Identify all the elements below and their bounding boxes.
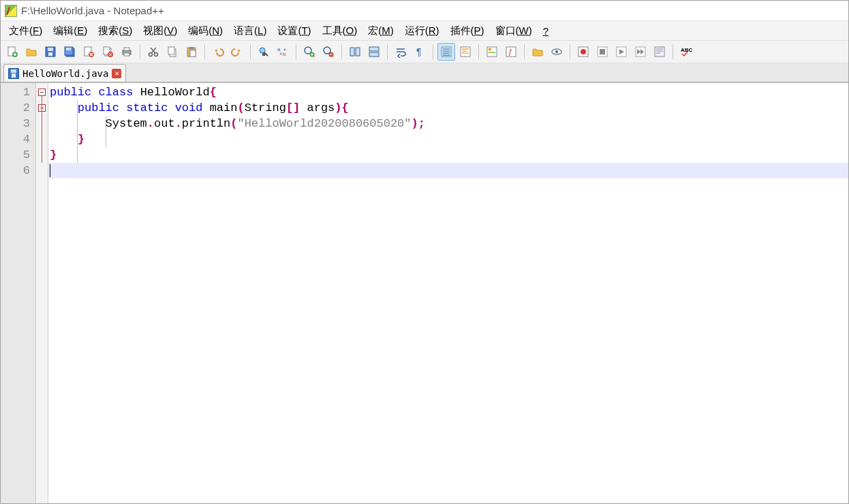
svg-point-29	[324, 47, 330, 54]
menu-item[interactable]: 编码(N)	[183, 23, 228, 39]
play-multi-icon[interactable]	[632, 43, 649, 61]
menu-item[interactable]: 文件(F)	[3, 23, 48, 39]
line-number: 4	[1, 131, 35, 147]
token: System	[50, 117, 147, 130]
token: HelloWorld	[133, 86, 209, 99]
code-line[interactable]: }	[48, 131, 848, 147]
svg-rect-21	[189, 47, 194, 49]
toolbar-separator	[570, 44, 570, 59]
document-tab[interactable]: HelloWorld.java ✕	[3, 64, 126, 82]
close-icon[interactable]	[80, 43, 97, 61]
token: []	[286, 101, 300, 114]
fold-toggle-icon[interactable]	[38, 89, 46, 96]
menu-item[interactable]: 宏(M)	[362, 23, 399, 39]
token	[119, 101, 126, 114]
svg-rect-7	[66, 48, 71, 50]
copy-icon[interactable]	[164, 43, 181, 61]
toolbar-separator	[140, 44, 140, 59]
svg-rect-34	[369, 52, 379, 57]
svg-rect-31	[350, 48, 354, 56]
func-list-icon[interactable]: ƒ	[502, 43, 520, 61]
title-bar: F:\HelloWorld.java - Notepad++	[1, 1, 848, 21]
undo-icon[interactable]	[209, 43, 227, 61]
fold-column[interactable]	[36, 83, 48, 503]
save-macro-icon[interactable]	[651, 43, 668, 61]
token: class	[98, 86, 133, 99]
cut-icon[interactable]	[144, 43, 162, 61]
svg-rect-14	[124, 48, 129, 50]
code-area[interactable]: public class HelloWorld{ public static v…	[48, 83, 848, 503]
close-all-icon[interactable]	[99, 43, 117, 61]
open-file-icon[interactable]	[22, 43, 40, 61]
sync-h-icon[interactable]	[365, 43, 383, 61]
svg-rect-4	[48, 52, 52, 56]
find-icon[interactable]	[255, 43, 273, 61]
menu-item[interactable]: 搜索(S)	[93, 23, 138, 39]
token: (	[237, 101, 244, 114]
sync-v-icon[interactable]	[346, 43, 364, 61]
redo-icon[interactable]	[228, 43, 246, 61]
paste-icon[interactable]	[183, 43, 200, 61]
code-editor[interactable]: 123456 public class HelloWorld{ public s…	[1, 82, 848, 503]
document-tab-bar: HelloWorld.java ✕	[1, 63, 848, 82]
svg-rect-19	[168, 47, 174, 54]
svg-rect-51	[655, 47, 664, 57]
code-line[interactable]: public class HelloWorld{	[48, 84, 848, 100]
indent-guide-icon[interactable]	[437, 43, 455, 61]
code-line[interactable]: }	[48, 147, 848, 163]
svg-rect-37	[461, 47, 470, 57]
menu-item[interactable]: 运行(R)	[399, 23, 445, 39]
monitor-icon[interactable]	[548, 43, 566, 61]
svg-rect-39	[489, 48, 491, 50]
zoom-out-icon[interactable]	[320, 43, 337, 61]
svg-rect-32	[356, 48, 360, 56]
doc-map-icon[interactable]	[483, 43, 501, 61]
menu-item[interactable]: 设置(T)	[272, 23, 316, 39]
print-icon[interactable]	[118, 43, 136, 61]
tab-label: HelloWorld.java	[22, 68, 108, 79]
user-lang-icon[interactable]	[457, 43, 474, 61]
play-macro-icon[interactable]	[613, 43, 630, 61]
menu-item[interactable]: 窗口(W)	[490, 23, 538, 39]
menu-item[interactable]: ?	[538, 24, 554, 38]
svg-text:b: b	[283, 51, 286, 57]
zoom-in-icon[interactable]	[300, 43, 318, 61]
toolbar-separator	[433, 44, 433, 59]
token: {	[210, 86, 217, 99]
token	[168, 101, 174, 114]
menu-item[interactable]: 编辑(E)	[48, 23, 93, 39]
text-caret	[50, 164, 50, 177]
token: .	[147, 117, 154, 130]
menu-item[interactable]: 语言(L)	[228, 23, 272, 39]
show-all-chars-icon[interactable]: ¶	[411, 43, 429, 61]
spellcheck-icon[interactable]: ABC	[677, 43, 695, 61]
menu-item[interactable]: 工具(O)	[317, 23, 363, 39]
menu-item[interactable]: 视图(V)	[138, 23, 183, 39]
save-icon[interactable]	[42, 43, 59, 61]
svg-text:¶: ¶	[416, 46, 422, 57]
token: main	[202, 101, 237, 114]
line-number: 2	[1, 100, 35, 116]
wordwrap-icon[interactable]	[392, 43, 410, 61]
svg-text:a: a	[277, 46, 281, 52]
save-all-icon[interactable]	[61, 43, 78, 61]
folder-icon[interactable]	[529, 43, 546, 61]
toolbar-separator	[673, 44, 673, 59]
token	[50, 101, 78, 114]
token	[50, 133, 78, 146]
stop-macro-icon[interactable]	[593, 43, 611, 61]
token: void	[175, 101, 203, 114]
tab-close-button[interactable]: ✕	[112, 69, 121, 78]
menu-item[interactable]: 插件(P)	[445, 23, 490, 39]
code-line[interactable]: System.out.println("HelloWorld2020080605…	[48, 116, 848, 131]
saved-file-icon	[8, 68, 19, 79]
replace-icon[interactable]: ab	[274, 43, 292, 61]
new-file-icon[interactable]	[3, 43, 21, 61]
record-macro-icon[interactable]	[574, 43, 592, 61]
code-line[interactable]: public static void main(String[] args){	[48, 100, 848, 116]
svg-point-44	[555, 50, 558, 53]
token: );	[412, 117, 425, 130]
line-number: 6	[1, 163, 35, 178]
svg-rect-15	[124, 53, 129, 56]
toolbar-separator	[387, 44, 388, 59]
